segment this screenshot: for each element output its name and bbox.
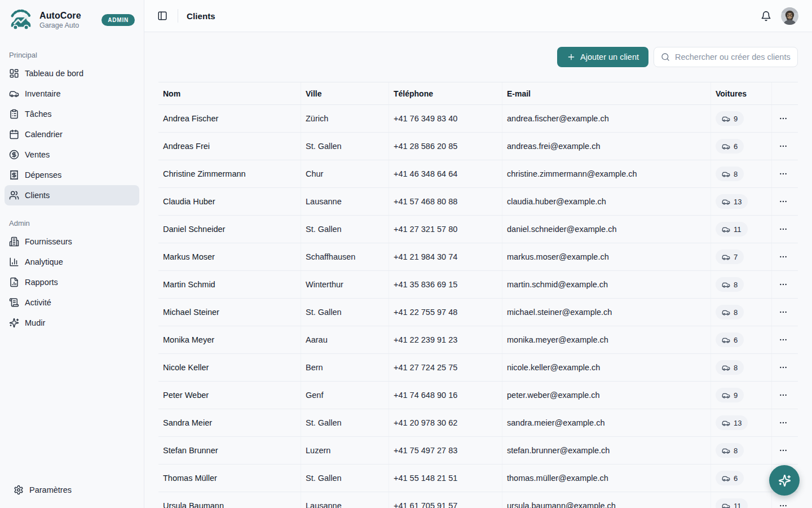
cell-phone: +41 57 468 80 88 (389, 188, 502, 215)
cell-name: Stefan Brunner (158, 437, 301, 464)
cell-name: Monika Meyer (158, 326, 301, 353)
main-column: Clients (144, 0, 812, 508)
car-count: 7 (734, 253, 738, 261)
car-icon (722, 142, 730, 151)
sidebar-item-ventes[interactable]: Ventes (5, 144, 139, 165)
car-icon (722, 474, 730, 483)
car-count: 9 (734, 115, 738, 123)
car-icon (722, 446, 730, 455)
sidebar-item-tableau-de-bord[interactable]: Tableau de bord (5, 63, 139, 84)
cell-name: Michael Steiner (158, 299, 301, 326)
sidebar-toggle-button[interactable] (154, 7, 171, 24)
car-icon (722, 170, 730, 178)
cell-email: andreas.frei@example.ch (502, 133, 711, 160)
row-actions-button[interactable] (776, 194, 790, 209)
car-count-badge: 8 (716, 167, 744, 181)
gear-icon (14, 485, 24, 495)
sidebar-item-label: Calendrier (25, 130, 63, 139)
user-avatar[interactable] (781, 7, 798, 25)
cell-name: Sandra Meier (158, 409, 301, 436)
row-actions-button[interactable] (776, 360, 790, 375)
row-actions-button[interactable] (776, 166, 790, 182)
cell-actions (772, 133, 798, 160)
row-actions-button[interactable] (776, 221, 790, 237)
row-actions-button[interactable] (776, 249, 790, 265)
sidebar-item-label: Paramètres (29, 485, 72, 494)
row-actions-button[interactable] (776, 332, 790, 348)
car-icon (722, 253, 730, 261)
sidebar-item-label: Mudir (25, 318, 45, 327)
ellipsis-icon (779, 418, 788, 427)
cell-email: monika.meyer@example.ch (502, 326, 711, 353)
table-row: Michael SteinerSt. Gallen+41 22 755 97 4… (158, 299, 798, 326)
car-count: 6 (734, 474, 738, 483)
table-row: Andreas FreiSt. Gallen+41 28 586 20 85an… (158, 133, 798, 160)
sidebar-item-inventaire[interactable]: Inventaire (5, 84, 139, 104)
table-row: Claudia HuberLausanne+41 57 468 80 88cla… (158, 188, 798, 216)
add-client-button[interactable]: Ajouter un client (557, 47, 648, 67)
cell-email: claudia.huber@example.ch (502, 188, 711, 215)
sidebar-item-mudir[interactable]: Mudir (5, 313, 139, 333)
row-actions-button[interactable] (776, 443, 790, 458)
sidebar-item-depenses[interactable]: Dépenses (5, 165, 139, 185)
assistant-fab-button[interactable] (769, 465, 800, 496)
cell-actions (772, 271, 798, 298)
bar-chart-icon (9, 257, 19, 267)
row-actions-button[interactable] (776, 138, 790, 154)
cell-name: Daniel Schneider (158, 216, 301, 243)
cell-email: martin.schmid@example.ch (502, 271, 711, 298)
brand: AutoCore Garage Auto ADMIN (0, 0, 144, 38)
cell-actions (772, 188, 798, 215)
app-root: AutoCore Garage Auto ADMIN PrincipalTabl… (0, 0, 812, 508)
sidebar-item-label: Inventaire (25, 89, 61, 98)
admin-badge: ADMIN (102, 14, 135, 26)
cell-phone: +41 61 705 91 57 (389, 492, 502, 508)
row-actions-button[interactable] (776, 111, 790, 126)
sidebar-item-analytique[interactable]: Analytique (5, 252, 139, 272)
cell-phone: +41 21 984 30 74 (389, 243, 502, 270)
client-search-input[interactable] (675, 52, 791, 62)
notifications-button[interactable] (756, 6, 775, 25)
car-icon (722, 364, 730, 372)
car-count: 13 (734, 198, 742, 206)
cell-cars: 6 (711, 465, 772, 492)
sidebar-item-calendrier[interactable]: Calendrier (5, 124, 139, 144)
table-row: Monika MeyerAarau+41 22 239 91 23monika.… (158, 326, 798, 354)
car-count-badge: 8 (716, 360, 744, 375)
car-count: 8 (734, 364, 738, 372)
row-actions-button[interactable] (776, 498, 790, 508)
sidebar-item-parametres[interactable]: Paramètres (9, 480, 135, 500)
cell-phone: +41 22 239 91 23 (389, 326, 502, 353)
cell-name: Thomas Müller (158, 465, 301, 492)
sidebar-item-label: Ventes (25, 150, 50, 159)
cell-name: Nicole Keller (158, 354, 301, 381)
ellipsis-icon (779, 252, 788, 261)
car-count: 6 (734, 336, 738, 344)
car-icon (9, 89, 19, 99)
cell-email: nicole.keller@example.ch (502, 354, 711, 381)
row-actions-button[interactable] (776, 304, 790, 320)
sidebar-item-clients[interactable]: Clients (5, 185, 139, 205)
sidebar-item-rapports[interactable]: Rapports (5, 272, 139, 292)
sidebar-item-activite[interactable]: Activité (5, 292, 139, 313)
car-count-badge: 8 (716, 443, 744, 458)
sidebar-item-label: Clients (25, 191, 50, 200)
row-actions-button[interactable] (776, 277, 790, 292)
brand-subtitle: Garage Auto (39, 21, 96, 29)
ellipsis-icon (779, 280, 788, 289)
cell-phone: +41 28 586 20 85 (389, 133, 502, 160)
brand-name: AutoCore (39, 11, 96, 21)
table-row: Peter WeberGenf+41 74 648 90 16peter.web… (158, 382, 798, 409)
row-actions-button[interactable] (776, 415, 790, 431)
car-count: 11 (734, 225, 742, 234)
car-count-badge: 13 (716, 194, 748, 209)
sidebar-item-taches[interactable]: Tâches (5, 104, 139, 124)
cell-actions (772, 105, 798, 132)
users-icon (9, 190, 19, 200)
cell-email: christine.zimmermann@example.ch (502, 160, 711, 187)
car-count: 8 (734, 170, 738, 178)
row-actions-button[interactable] (776, 387, 790, 403)
sidebar-item-fournisseurs[interactable]: Fournisseurs (5, 231, 139, 252)
topbar-divider (178, 9, 178, 23)
cell-cars: 6 (711, 133, 772, 160)
